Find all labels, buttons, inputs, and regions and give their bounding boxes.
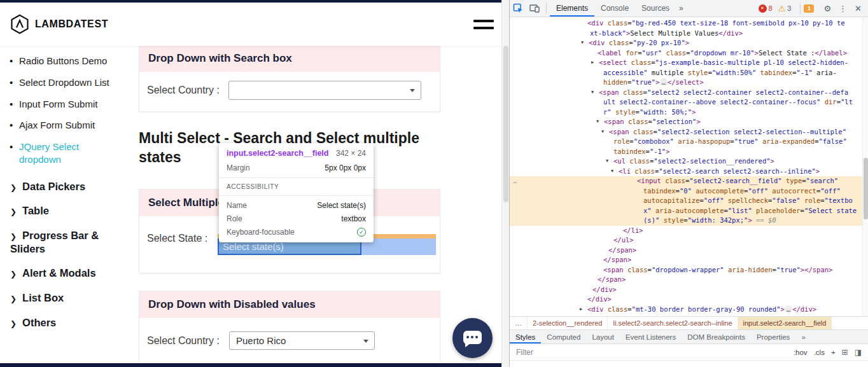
code-line[interactable]: ▶<select class="js-example-basic-multipl… [510, 58, 868, 68]
settings-gear-icon[interactable]: ⚙ [820, 4, 835, 13]
styles-tab-styles[interactable]: Styles [510, 330, 541, 343]
code-line[interactable]: role="combobox" aria-haspopup="true" ari… [510, 137, 868, 147]
styles-tab-properties[interactable]: Properties [751, 330, 795, 343]
code-line[interactable]: <label for="usr" class="dropdown mr-10">… [510, 48, 868, 59]
code-line-selected[interactable]: (s)" style="width: 342px;"> == $0 [510, 216, 868, 226]
tab-console[interactable]: Console [594, 0, 635, 17]
sidebar-section-item[interactable]: ❯List Box [10, 291, 120, 305]
code-line[interactable]: <span class="dropdown-wrapper" aria-hidd… [510, 265, 868, 275]
expand-arrow-right-icon[interactable]: ▶ [591, 58, 594, 68]
sidebar-section-item[interactable]: ❯Alert & Modals [10, 267, 120, 280]
code-line[interactable]: tabindex="-1"> [510, 147, 868, 157]
sidebar-item[interactable]: •JQuery Select dropdown [19, 141, 120, 166]
expand-arrow-down-icon[interactable]: ▼ [611, 167, 613, 177]
page-scrollbar[interactable] [501, 0, 509, 367]
tab-elements[interactable]: Elements [550, 0, 594, 17]
code-line-selected[interactable]: …<input class="select2-search__field" ty… [510, 176, 868, 186]
code-line[interactable]: </li> [510, 226, 868, 236]
device-toolbar-icon[interactable] [526, 4, 543, 13]
expand-arrow-down-icon[interactable]: ▼ [581, 38, 584, 48]
expand-arrow-down-icon[interactable]: ▼ [591, 88, 594, 98]
code-line[interactable]: ▶<div class="mt-30 border border-gray-90… [510, 305, 868, 315]
code-line[interactable]: ▼<li class="select2-search select2-searc… [510, 167, 868, 177]
code-line[interactable]: ▼<span class="select2-selection select2-… [510, 127, 868, 137]
code-line[interactable]: ▼<span class="select2 select2-container … [510, 88, 868, 98]
sidebar-item[interactable]: •Radio Buttons Demo [19, 55, 120, 67]
code-line[interactable]: </ul> [510, 235, 868, 246]
more-tabs-icon[interactable]: » [676, 4, 687, 13]
breadcrumb-item[interactable]: li.select2-search.select2-search--inline [608, 317, 738, 329]
chevron-right-icon: ❯ [10, 232, 17, 241]
sidebar-section-item[interactable]: ❯Table [10, 204, 120, 218]
page-scrollbar-thumb[interactable] [503, 46, 508, 202]
code-line[interactable]: </div> [510, 285, 868, 295]
expand-arrow-right-icon[interactable]: ▶ [580, 305, 582, 315]
close-devtools-icon[interactable]: ✕ [851, 4, 865, 13]
filter-toggle-hov[interactable]: :hov [794, 349, 808, 356]
bottom-window-strip [0, 363, 501, 367]
sidebar-section-item[interactable]: ❯Progress Bar & Sliders [10, 229, 120, 255]
kebab-menu-icon[interactable]: ⋮ [835, 4, 851, 13]
console-warnings-badge[interactable]: ⚠ 3 [778, 4, 792, 13]
breadcrumb-item[interactable]: 2-selection__rendered [528, 317, 608, 329]
tab-sources[interactable]: Sources [635, 0, 676, 17]
sidebar-item[interactable]: •Select Dropdown List [19, 76, 120, 89]
code-line[interactable]: ult select2-container--above select2-con… [510, 97, 868, 107]
code-line[interactable]: ▼<div class="py-20 px-10"> [510, 38, 868, 48]
filter-toggle-cls[interactable]: .cls [814, 349, 825, 356]
code-line[interactable]: accessible" multiple style="width:50%" t… [510, 68, 868, 78]
sidebar-section-item[interactable]: ❯Others [10, 316, 120, 329]
expand-arrow-down-icon[interactable]: ▼ [596, 117, 599, 127]
devtools-scrollbar-thumb[interactable] [864, 158, 868, 219]
styles-more-tabs-icon[interactable]: » [795, 330, 811, 343]
code-line[interactable]: </span> [510, 255, 868, 265]
sidebar: •Radio Buttons Demo•Select Dropdown List… [0, 46, 136, 340]
sidebar-item[interactable]: •Ajax Form Submit [19, 119, 120, 132]
styles-tab-dom-breakpoints[interactable]: DOM Breakpoints [682, 330, 751, 343]
code-line[interactable]: xt-black">Select Multiple Values</div> [510, 29, 868, 39]
code-line[interactable]: </div> [510, 294, 868, 305]
country-select-disabled-values[interactable]: Puerto Rico [229, 331, 375, 350]
sidebar-section-item[interactable]: ❯Data Pickers [10, 180, 120, 193]
styles-tab-event-listeners[interactable]: Event Listeners [620, 330, 682, 343]
breadcrumb-item[interactable]: input.select2-search__field [738, 317, 832, 329]
styles-filter-input[interactable] [516, 348, 794, 357]
code-line-selected[interactable]: x" aria-autocomplete="list" placeholder=… [510, 206, 868, 216]
filter-toggle-[interactable]: + [831, 349, 836, 356]
issues-badge[interactable]: 1 [804, 4, 814, 13]
console-errors-badge[interactable]: ✕ 8 [759, 4, 773, 13]
panel-layout-icon[interactable]: ◨ [855, 348, 862, 357]
devtools-scrollbar[interactable] [862, 17, 868, 316]
hamburger-menu-icon[interactable] [473, 20, 494, 34]
expand-arrow-down-icon[interactable]: ▼ [601, 127, 604, 137]
code-line[interactable]: ▼<span class="selection"> [510, 117, 868, 127]
code-line[interactable]: hidden="true">…</select> [510, 78, 868, 88]
expand-arrow-down-icon[interactable]: ▼ [606, 156, 608, 167]
chat-widget-button[interactable] [452, 318, 493, 358]
a11y-name-value: Select state(s) [317, 201, 366, 210]
code-line[interactable]: </span> [510, 246, 868, 256]
select-caret-icon [410, 89, 415, 92]
code-line-selected[interactable]: tabindex="0" autocomplete="off" autocorr… [510, 186, 868, 197]
inline-expand-icon[interactable]: … [513, 176, 517, 186]
card-title: Drop Down with Disabled values [139, 291, 440, 318]
code-line[interactable]: ▼<ul class="select2-selection__rendered"… [510, 156, 868, 167]
code-line[interactable]: </span> [510, 275, 868, 285]
code-line[interactable]: r" style="width: 50%;"> [510, 107, 868, 118]
select-country-label: Select Country : [147, 85, 220, 96]
code-line-selected[interactable]: autocapitalize="off" spellcheck="false" … [510, 196, 868, 206]
inspect-element-icon[interactable] [510, 3, 526, 13]
error-icon: ✕ [759, 4, 767, 13]
elements-breadcrumbs: …2-selection__renderedli.select2-search.… [510, 316, 868, 329]
screenshot-root: LAMBDATEST •Radio Buttons Demo•Select Dr… [0, 0, 868, 367]
grid-icon[interactable]: ⊞ [842, 348, 848, 357]
styles-tab-computed[interactable]: Computed [541, 330, 586, 343]
sidebar-item[interactable]: •Input Form Submit [19, 98, 120, 111]
code-line[interactable]: <div class="bg-red-450 text-size-18 font… [510, 18, 868, 29]
country-select[interactable] [228, 81, 421, 100]
a11y-role-value: textbox [341, 214, 366, 223]
lambdatest-logo[interactable]: LAMBDATEST [10, 13, 108, 35]
select-state-label: Select State : [147, 233, 207, 244]
styles-tab-layout[interactable]: Layout [586, 330, 620, 343]
breadcrumb-item[interactable]: … [510, 317, 528, 329]
